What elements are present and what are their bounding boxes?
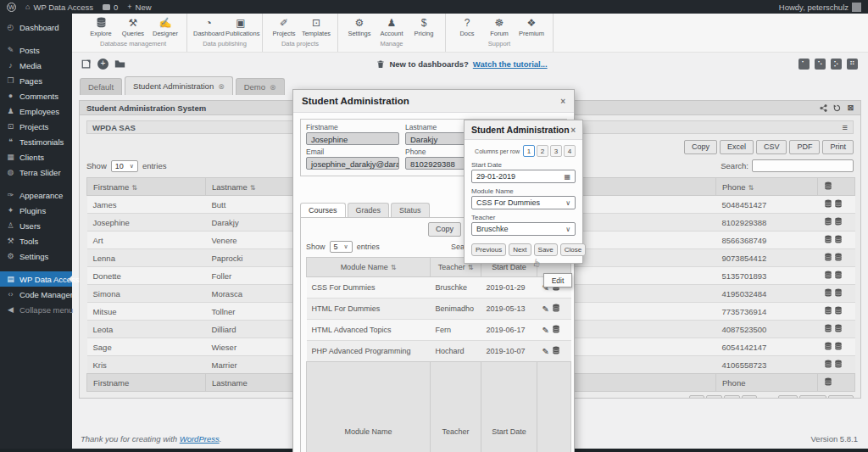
close-modal-icon[interactable]: × [570,126,576,135]
tab-default[interactable]: Default [80,78,122,95]
sidebar-item-projects[interactable]: ⊡Projects [0,119,72,134]
sidebar-item-posts[interactable]: ✎Posts [0,42,72,58]
sidebar-item-pages[interactable]: ❐Pages [0,73,72,88]
row-edit-icon[interactable] [834,306,843,315]
page-length-select[interactable]: 10∨ [111,160,138,172]
page-4-button[interactable]: 4 [724,395,740,399]
tab-courses[interactable]: Courses [300,203,346,217]
calendar-icon[interactable]: ▦ [564,173,570,181]
layout-4-columns-button[interactable]: ⠛ [847,59,858,70]
tab-student-administration[interactable]: Student Administration⊗ [125,76,233,95]
column-header-lastname[interactable]: Lastname⇅ [206,178,295,196]
new-content-menu[interactable]: + New [127,3,151,12]
row-details-icon[interactable] [824,271,832,279]
sidebar-item-users[interactable]: ♙Users [0,218,72,233]
ribbon-item-premium[interactable]: ❖Premium [516,17,547,37]
course-details-icon[interactable] [552,325,560,333]
comments-menu[interactable]: 0 [103,3,118,12]
ribbon-item-templates[interactable]: ⊡Templates [301,17,331,37]
row-details-icon[interactable] [824,342,832,350]
close-button[interactable]: Close [560,243,586,256]
row-edit-icon[interactable] [834,324,843,332]
ribbon-item-dashboard[interactable]: ◔Dashboard [193,17,224,37]
courses-page-length-select[interactable]: 5∨ [330,241,353,253]
row-details-icon[interactable] [824,199,832,208]
sidebar-item-terra-slider[interactable]: ◍Terra Slider [0,165,72,180]
save-button[interactable]: Save [534,243,558,256]
ribbon-item-queries[interactable]: ⚒Queries [118,17,148,37]
firstname-field[interactable]: Josephine [306,132,399,145]
sidebar-item-plugins[interactable]: ✦Plugins [0,203,72,218]
sidebar-item-dashboard[interactable]: ◴Dashboard [0,20,72,35]
page-2-button[interactable]: 2 [689,395,705,399]
ribbon-item-pricing[interactable]: $Pricing [409,17,439,37]
page-1-button[interactable]: 1 [671,395,687,399]
pdf-button[interactable]: PDF [789,140,820,154]
row-edit-icon[interactable] [834,288,843,297]
ribbon-item-projects[interactable]: ✐Projects [269,17,299,37]
edit-pencil-icon[interactable]: ✎ [542,304,549,314]
sidebar-item-collapse-menu[interactable]: ◀Collapse menu [0,302,72,317]
wordpress-link[interactable]: WordPress [180,434,220,444]
course-details-icon[interactable] [552,304,560,312]
page-last-button[interactable]: Last [828,395,854,399]
row-details-icon[interactable] [824,235,832,243]
columns-per-row-4-button[interactable]: 4 [564,145,576,157]
sidebar-item-code-manager[interactable]: ‹›Code Manager [0,287,72,302]
trash-icon[interactable] [376,59,385,69]
start-date-input[interactable]: 29-01-2019 ▦ [471,170,576,183]
csv-button[interactable]: CSV [756,140,787,154]
row-details-icon[interactable] [824,360,832,368]
add-panel-button[interactable]: + [97,59,108,70]
page-10-button[interactable]: 10 [778,395,798,399]
copy-button[interactable]: Copy [428,222,461,237]
ribbon-item-docs[interactable]: ?Docs [452,17,482,37]
page-previous-button[interactable]: Previous [630,395,670,399]
sidebar-item-tools[interactable]: ⚒Tools [0,233,72,248]
row-details-icon[interactable] [824,306,832,315]
close-tab-icon[interactable]: ⊗ [218,82,225,91]
copy-button[interactable]: Copy [684,140,717,154]
email-field[interactable]: josephine_darakjy@darakjy [306,157,399,170]
sidebar-item-employees[interactable]: ♟Employees [0,103,72,119]
row-details-icon[interactable] [824,253,832,261]
ribbon-item-designer[interactable]: ✍Designer [150,17,181,37]
column-header-phone[interactable]: Phone⇅ [716,178,818,196]
new-dashboard-button[interactable] [81,59,92,70]
layout-1-column-button[interactable]: ⠁ [798,59,810,70]
row-edit-icon[interactable] [834,342,843,350]
sidebar-item-comments[interactable]: ●Comments [0,88,72,103]
row-edit-icon[interactable] [834,360,843,368]
tab-status[interactable]: Status [391,203,430,217]
row-edit-icon[interactable] [834,253,843,261]
sidebar-item-settings[interactable]: ⚙Settings [0,248,72,264]
sidebar-item-testimonials[interactable]: ❝Testimonials [0,134,72,149]
print-button[interactable]: Print [822,140,854,154]
column-header-firstname[interactable]: Firstname⇅ [87,178,206,196]
row-details-icon[interactable] [824,324,832,332]
page-first-button[interactable]: First [602,395,628,399]
teacher-select[interactable]: Bruschke ∨ [471,222,576,236]
refresh-icon[interactable] [833,104,841,112]
ribbon-item-publications[interactable]: ▣Publications [225,17,256,37]
column-header-module-name[interactable]: Module Name⇅ [307,258,431,277]
ribbon-item-account[interactable]: ♟Account [376,17,407,37]
search-input[interactable] [752,159,854,172]
columns-per-row-1-button[interactable]: 1 [523,145,535,157]
sidebar-item-wp-data-access[interactable]: ▤WP Data Access [0,271,72,287]
next-button[interactable]: Next [509,243,531,256]
module-name-select[interactable]: CSS For Dummies ∨ [471,196,576,209]
layout-2-columns-button[interactable]: ⠑ [815,59,826,70]
close-tab-icon[interactable]: ⊗ [270,83,276,92]
course-details-icon[interactable] [552,346,560,354]
row-edit-icon[interactable] [834,199,843,208]
edit-pencil-icon[interactable]: ✎ [542,347,549,356]
sidebar-item-media[interactable]: ♪Media [0,58,72,73]
row-edit-icon[interactable] [834,235,843,243]
wordpress-logo-menu[interactable]: W [7,3,16,12]
page-next-button[interactable]: Next [799,395,826,399]
row-details-icon[interactable] [824,217,832,226]
sidebar-item-clients[interactable]: ▦Clients [0,149,72,165]
page-3-button[interactable]: 3 [706,395,722,399]
columns-per-row-2-button[interactable]: 2 [537,145,548,157]
